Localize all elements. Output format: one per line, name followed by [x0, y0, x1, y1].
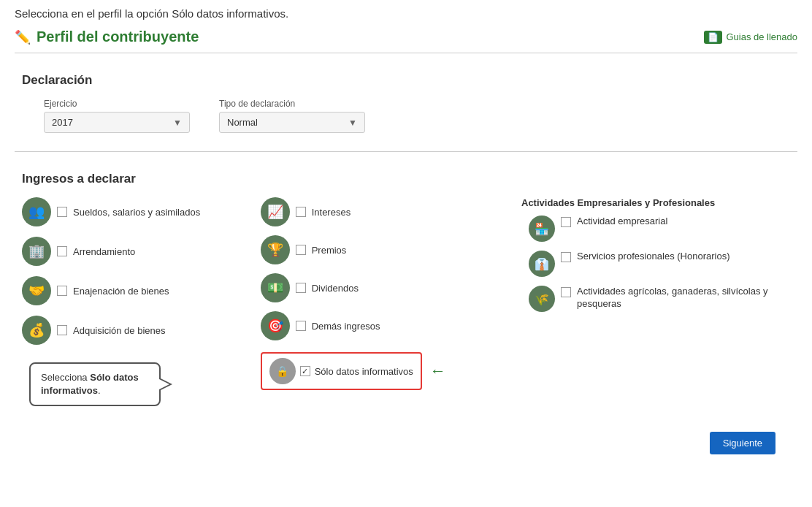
tipo-group: Tipo de declaración Normal ▼ [219, 99, 365, 133]
arrendamiento-checkbox[interactable] [57, 246, 67, 256]
declaracion-fields: Ejercicio 2017 ▼ Tipo de declaración Nor… [44, 99, 790, 133]
list-item: 🏢 Arrendamiento [22, 237, 246, 266]
bottom-row: Siguiente [15, 432, 797, 454]
sueldos-label: Sueldos, salarios y asimilados [73, 207, 200, 218]
instruction-text: Selecciona en el perfil la opción Sólo d… [15, 7, 797, 20]
tooltip-bubble: Selecciona Sólo datos informativos. [29, 362, 161, 406]
adquisicion-label: Adquisición de bienes [73, 325, 165, 336]
act-profesionales-label: Servicios profesionales (Honorarios) [577, 251, 730, 263]
enajenacion-checkbox[interactable] [57, 286, 67, 296]
dividendos-label: Dividendos [312, 283, 359, 294]
actividades-col: Actividades Empresariales y Profesionale… [521, 197, 790, 406]
adquisicion-icon: 💰 [22, 316, 51, 345]
tooltip-text-after: . [98, 385, 101, 396]
enajenacion-icon: 🤝 [22, 276, 51, 305]
list-item: 📈 Intereses [261, 197, 507, 226]
guias-label: Guias de llenado [726, 31, 797, 42]
list-item: 💵 Dividendos [261, 273, 507, 302]
act-empresarial-icon: 🏪 [529, 216, 555, 242]
act-agricolas-label: Actividades agrícolas, ganaderas, silvíc… [577, 286, 790, 310]
act-agricolas-checkbox[interactable] [561, 287, 571, 297]
solo-datos-highlight: 🔒 ✓ Sólo datos informativos [261, 352, 422, 390]
act-profesionales-checkbox[interactable] [561, 252, 571, 262]
arrendamiento-label: Arrendamiento [73, 246, 135, 257]
solo-datos-checkbox[interactable]: ✓ [300, 366, 310, 376]
list-item: 🏪 Actividad empresarial [529, 216, 790, 242]
ingresos-title: Ingresos a declarar [22, 172, 790, 186]
edit-icon: ✏️ [15, 29, 31, 45]
ingresos-col1: 👥 Sueldos, salarios y asimilados 🏢 Arren… [22, 197, 246, 406]
tooltip-text-before: Selecciona [41, 372, 90, 383]
act-agricolas-icon: 🌾 [529, 286, 555, 312]
dividendos-checkbox[interactable] [296, 283, 306, 293]
demas-label: Demás ingresos [312, 321, 380, 332]
actividades-title: Actividades Empresariales y Profesionale… [521, 197, 790, 208]
guias-btn[interactable]: 📄 Guias de llenado [704, 31, 797, 44]
list-item: 👥 Sueldos, salarios y asimilados [22, 197, 246, 226]
ingresos-section: Ingresos a declarar 👥 Sueldos, salarios … [15, 159, 797, 417]
intereses-label: Intereses [312, 207, 351, 218]
declaracion-section: Declaración Ejercicio 2017 ▼ Tipo de dec… [15, 61, 797, 144]
tipo-label: Tipo de declaración [219, 99, 365, 109]
ingresos-grid: 👥 Sueldos, salarios y asimilados 🏢 Arren… [22, 197, 790, 406]
act-profesionales-icon: 👔 [529, 251, 555, 277]
enajenacion-label: Enajenación de bienes [73, 286, 169, 297]
intereses-icon: 📈 [261, 197, 290, 226]
list-item: 🏆 Premios [261, 235, 507, 264]
dividendos-icon: 💵 [261, 273, 290, 302]
list-item: 👔 Servicios profesionales (Honorarios) [529, 251, 790, 277]
sueldos-icon: 👥 [22, 197, 51, 226]
solo-datos-label: Sólo datos informativos [315, 366, 413, 377]
header-divider [15, 53, 797, 53]
ejercicio-select[interactable]: 2017 ▼ [44, 112, 190, 133]
adquisicion-checkbox[interactable] [57, 325, 67, 335]
ejercicio-label: Ejercicio [44, 99, 190, 109]
page-title-container: ✏️ Perfil del contribuyente [15, 28, 199, 45]
declaracion-title: Declaración [22, 73, 790, 88]
demas-icon: 🎯 [261, 311, 290, 340]
list-item: 🌾 Actividades agrícolas, ganaderas, silv… [529, 286, 790, 312]
solo-datos-row: 🔒 ✓ Sólo datos informativos ← [261, 352, 507, 390]
act-empresarial-checkbox[interactable] [561, 217, 571, 227]
ingresos-col2: 📈 Intereses 🏆 Premios 💵 Dividendos 🎯 Dem… [261, 197, 507, 406]
demas-checkbox[interactable] [296, 321, 306, 331]
act-empresarial-label: Actividad empresarial [577, 216, 667, 228]
siguiente-button[interactable]: Siguiente [710, 432, 775, 454]
list-item: 🤝 Enajenación de bienes [22, 276, 246, 305]
tipo-select[interactable]: Normal ▼ [219, 112, 365, 133]
list-item: 💰 Adquisición de bienes [22, 316, 246, 345]
ejercicio-value: 2017 [52, 117, 73, 128]
sueldos-checkbox[interactable] [57, 207, 67, 217]
chevron-down-icon: ▼ [173, 118, 182, 128]
tooltip-container: Selecciona Sólo datos informativos. [22, 362, 246, 406]
document-icon: 📄 [704, 31, 722, 44]
premios-checkbox[interactable] [296, 245, 306, 255]
green-arrow-icon: ← [430, 362, 446, 381]
premios-icon: 🏆 [261, 235, 290, 264]
list-item: 🎯 Demás ingresos [261, 311, 507, 340]
page-title: Perfil del contribuyente [37, 28, 199, 45]
premios-label: Premios [312, 245, 347, 256]
solo-datos-icon: 🔒 [269, 358, 296, 384]
tipo-value: Normal [227, 117, 258, 128]
arrendamiento-icon: 🏢 [22, 237, 51, 266]
ejercicio-group: Ejercicio 2017 ▼ [44, 99, 190, 133]
chevron-down-icon2: ▼ [348, 118, 357, 128]
page-header: ✏️ Perfil del contribuyente 📄 Guias de l… [15, 28, 797, 45]
declaracion-divider [15, 151, 797, 152]
intereses-checkbox[interactable] [296, 207, 306, 217]
actividades-items: 🏪 Actividad empresarial 👔 Servicios prof… [529, 216, 790, 312]
